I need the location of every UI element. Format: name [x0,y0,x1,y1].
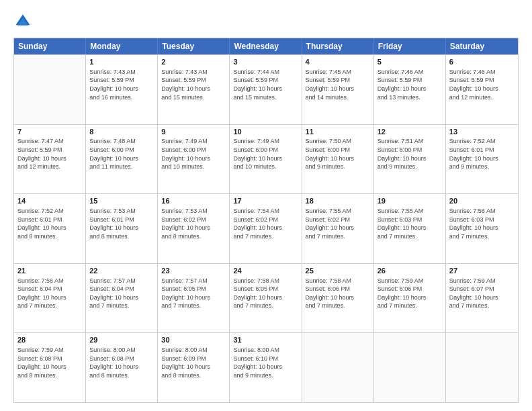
cell-info: Sunrise: 7:59 AM Sunset: 6:07 PM Dayligh… [449,277,515,310]
day-number: 16 [161,196,226,206]
cell-info: Sunrise: 8:00 AM Sunset: 6:10 PM Dayligh… [233,346,298,379]
calendar-row-4: 28Sunrise: 7:59 AM Sunset: 6:08 PM Dayli… [14,332,518,402]
cell-info: Sunrise: 7:51 AM Sunset: 6:00 PM Dayligh… [378,137,442,171]
cell-info: Sunrise: 7:56 AM Sunset: 6:03 PM Dayligh… [449,207,515,240]
day-number: 29 [89,335,154,345]
day-number: 9 [161,127,226,137]
day-number: 17 [233,196,298,206]
calendar-cell: 18Sunrise: 7:55 AM Sunset: 6:02 PM Dayli… [302,194,374,263]
calendar: SundayMondayTuesdayWednesdayThursdayFrid… [13,38,519,403]
calendar-cell: 15Sunrise: 7:53 AM Sunset: 6:01 PM Dayli… [86,194,158,263]
calendar-cell: 3Sunrise: 7:44 AM Sunset: 5:59 PM Daylig… [230,55,302,124]
day-number: 22 [89,266,154,276]
day-number: 19 [378,196,442,206]
cell-info: Sunrise: 7:53 AM Sunset: 6:01 PM Dayligh… [89,207,154,240]
calendar-cell: 26Sunrise: 7:59 AM Sunset: 6:06 PM Dayli… [374,264,446,333]
day-number: 15 [89,196,154,206]
calendar-cell: 24Sunrise: 7:58 AM Sunset: 6:05 PM Dayli… [230,264,302,333]
calendar-cell: 16Sunrise: 7:53 AM Sunset: 6:02 PM Dayli… [158,194,230,263]
calendar-cell: 5Sunrise: 7:46 AM Sunset: 5:59 PM Daylig… [374,55,446,124]
day-number: 27 [449,266,515,276]
cell-info: Sunrise: 7:55 AM Sunset: 6:02 PM Dayligh… [306,207,370,240]
cell-info: Sunrise: 7:52 AM Sunset: 6:01 PM Dayligh… [449,137,515,171]
cell-info: Sunrise: 7:46 AM Sunset: 5:59 PM Dayligh… [378,68,442,101]
day-header-friday: Friday [374,38,446,54]
cell-info: Sunrise: 7:56 AM Sunset: 6:04 PM Dayligh… [17,277,82,310]
cell-info: Sunrise: 7:45 AM Sunset: 5:59 PM Dayligh… [306,68,370,101]
calendar-cell: 2Sunrise: 7:43 AM Sunset: 5:59 PM Daylig… [158,55,230,124]
calendar-cell: 9Sunrise: 7:49 AM Sunset: 6:00 PM Daylig… [158,125,230,194]
cell-info: Sunrise: 7:57 AM Sunset: 6:04 PM Dayligh… [89,277,154,310]
calendar-cell: 14Sunrise: 7:52 AM Sunset: 6:01 PM Dayli… [14,194,86,263]
day-number: 14 [17,196,82,206]
cell-info: Sunrise: 7:53 AM Sunset: 6:02 PM Dayligh… [161,207,226,240]
day-number: 5 [378,57,442,67]
calendar-cell: 17Sunrise: 7:54 AM Sunset: 6:02 PM Dayli… [230,194,302,263]
calendar-cell [302,333,374,402]
calendar-cell: 23Sunrise: 7:57 AM Sunset: 6:05 PM Dayli… [158,264,230,333]
cell-info: Sunrise: 7:58 AM Sunset: 6:06 PM Dayligh… [306,277,370,310]
day-header-sunday: Sunday [14,38,86,54]
page: SundayMondayTuesdayWednesdayThursdayFrid… [0,0,532,411]
cell-info: Sunrise: 7:49 AM Sunset: 6:00 PM Dayligh… [161,137,226,171]
day-number: 25 [306,266,370,276]
calendar-cell: 8Sunrise: 7:48 AM Sunset: 6:00 PM Daylig… [86,125,158,194]
cell-info: Sunrise: 7:49 AM Sunset: 6:00 PM Dayligh… [233,137,298,171]
calendar-header: SundayMondayTuesdayWednesdayThursdayFrid… [14,38,518,54]
day-number: 20 [449,196,515,206]
day-number: 6 [449,57,515,67]
cell-info: Sunrise: 7:59 AM Sunset: 6:06 PM Dayligh… [378,277,442,310]
calendar-cell: 20Sunrise: 7:56 AM Sunset: 6:03 PM Dayli… [446,194,518,263]
calendar-cell: 22Sunrise: 7:57 AM Sunset: 6:04 PM Dayli… [86,264,158,333]
calendar-cell [14,55,86,124]
cell-info: Sunrise: 7:55 AM Sunset: 6:03 PM Dayligh… [378,207,442,240]
calendar-cell: 12Sunrise: 7:51 AM Sunset: 6:00 PM Dayli… [374,125,446,194]
calendar-cell [446,333,518,402]
day-number: 12 [378,127,442,137]
day-number: 24 [233,266,298,276]
day-header-monday: Monday [86,38,158,54]
calendar-cell [374,333,446,402]
calendar-cell: 28Sunrise: 7:59 AM Sunset: 6:08 PM Dayli… [14,333,86,402]
cell-info: Sunrise: 7:50 AM Sunset: 6:00 PM Dayligh… [306,137,370,171]
cell-info: Sunrise: 7:43 AM Sunset: 5:59 PM Dayligh… [89,68,154,101]
calendar-cell: 4Sunrise: 7:45 AM Sunset: 5:59 PM Daylig… [302,55,374,124]
calendar-row-2: 14Sunrise: 7:52 AM Sunset: 6:01 PM Dayli… [14,193,518,263]
calendar-cell: 1Sunrise: 7:43 AM Sunset: 5:59 PM Daylig… [86,55,158,124]
calendar-body: 1Sunrise: 7:43 AM Sunset: 5:59 PM Daylig… [14,54,518,402]
calendar-row-0: 1Sunrise: 7:43 AM Sunset: 5:59 PM Daylig… [14,54,518,124]
day-number: 8 [89,127,154,137]
calendar-cell: 11Sunrise: 7:50 AM Sunset: 6:00 PM Dayli… [302,125,374,194]
day-number: 4 [306,57,370,67]
cell-info: Sunrise: 7:59 AM Sunset: 6:08 PM Dayligh… [17,346,82,379]
day-number: 11 [306,127,370,137]
calendar-cell: 7Sunrise: 7:47 AM Sunset: 5:59 PM Daylig… [14,125,86,194]
calendar-cell: 29Sunrise: 8:00 AM Sunset: 6:08 PM Dayli… [86,333,158,402]
day-number: 10 [233,127,298,137]
calendar-cell: 6Sunrise: 7:46 AM Sunset: 5:59 PM Daylig… [446,55,518,124]
cell-info: Sunrise: 7:52 AM Sunset: 6:01 PM Dayligh… [17,207,82,240]
day-header-thursday: Thursday [302,38,374,54]
calendar-cell: 19Sunrise: 7:55 AM Sunset: 6:03 PM Dayli… [374,194,446,263]
cell-info: Sunrise: 7:44 AM Sunset: 5:59 PM Dayligh… [233,68,298,101]
calendar-cell: 13Sunrise: 7:52 AM Sunset: 6:01 PM Dayli… [446,125,518,194]
calendar-cell: 10Sunrise: 7:49 AM Sunset: 6:00 PM Dayli… [230,125,302,194]
calendar-cell: 30Sunrise: 8:00 AM Sunset: 6:09 PM Dayli… [158,333,230,402]
cell-info: Sunrise: 7:58 AM Sunset: 6:05 PM Dayligh… [233,277,298,310]
day-number: 18 [306,196,370,206]
day-number: 2 [161,57,226,67]
day-number: 1 [89,57,154,67]
day-header-saturday: Saturday [446,38,518,54]
day-number: 28 [17,335,82,345]
calendar-cell: 25Sunrise: 7:58 AM Sunset: 6:06 PM Dayli… [302,264,374,333]
calendar-row-3: 21Sunrise: 7:56 AM Sunset: 6:04 PM Dayli… [14,263,518,333]
logo [13,12,35,31]
day-number: 13 [449,127,515,137]
calendar-cell: 27Sunrise: 7:59 AM Sunset: 6:07 PM Dayli… [446,264,518,333]
day-header-tuesday: Tuesday [158,38,230,54]
day-number: 30 [161,335,226,345]
cell-info: Sunrise: 7:43 AM Sunset: 5:59 PM Dayligh… [161,68,226,101]
day-number: 23 [161,266,226,276]
cell-info: Sunrise: 8:00 AM Sunset: 6:08 PM Dayligh… [89,346,154,379]
day-number: 31 [233,335,298,345]
